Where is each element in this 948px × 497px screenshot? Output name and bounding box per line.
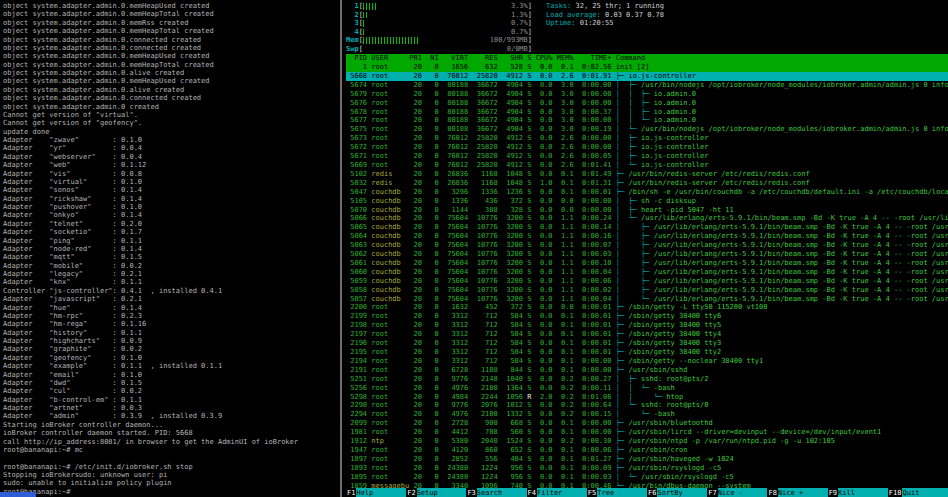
terminal-line: root@bananapi:~# — [3, 488, 340, 496]
process-row-5251[interactable]: 5251 root 20 0 9776 2148 1040 S 0.0 0.2 … — [346, 375, 948, 384]
fkey-setup[interactable]: F2Setup — [406, 488, 466, 497]
process-row-5678[interactable]: 5678 root 20 0 80188 36672 4904 S 0.0 3.… — [346, 108, 948, 117]
fkey-nice-[interactable]: F7Nice - — [707, 488, 767, 497]
meter-bar — [363, 3, 376, 10]
process-row-1[interactable]: 1 root 20 0 1656 632 528 S 0.0 0.1 0:02.… — [346, 63, 948, 72]
process-table: 1 root 20 0 1656 632 528 S 0.0 0.1 0:02.… — [346, 63, 948, 488]
terminal-line: Adapter "graphite" : 0.0.2 — [3, 345, 340, 353]
fkey-search[interactable]: F3Search — [466, 488, 526, 497]
process-row-1893[interactable]: 1893 root 20 0 24380 1224 956 S 0.0 0.1 … — [346, 464, 948, 473]
process-row-5105[interactable]: 5105 couchdb 20 0 1336 436 372 S 0.0 0.0… — [346, 197, 948, 206]
process-row-5070[interactable]: 5070 couchdb 20 0 1144 388 328 S 0.0 0.0… — [346, 206, 948, 215]
process-row-2200[interactable]: 2200 root 20 0 1632 452 372 S 0.0 0.0 0:… — [346, 303, 948, 312]
terminal-line: Cannot get version of "geofency". — [3, 119, 340, 127]
process-row-5047[interactable]: 5047 couchdb 20 0 3296 1336 1236 S 0.0 0… — [346, 188, 948, 197]
terminal-line: Adapter "admin" : 0.3.9 , installed 0.3.… — [3, 412, 340, 420]
load-value: 0.03 0.37 0.78 — [605, 11, 664, 19]
process-row-2198[interactable]: 2198 root 20 0 3312 712 584 S 0.0 0.1 0:… — [346, 321, 948, 330]
process-row-2191[interactable]: 2191 root 20 0 6728 1108 844 S 0.0 0.1 0… — [346, 366, 948, 375]
process-row-5058[interactable]: 5058 couchdb 20 0 75604 10776 3200 S 0.0… — [346, 286, 948, 295]
terminal-line — [3, 454, 340, 462]
fkey-quit[interactable]: F10Quit — [888, 488, 948, 497]
fkey-nice-[interactable]: F8Nice + — [767, 488, 827, 497]
process-row-5673[interactable]: 5673 root 20 0 76012 25820 4912 S 0.0 2.… — [346, 134, 948, 143]
process-row-1947[interactable]: 1947 root 20 0 4120 860 652 S 0.0 0.1 0:… — [346, 446, 948, 455]
terminal-line: Adapter "zwave" : 0.1.0 — [3, 136, 340, 144]
process-row-5676[interactable]: 5676 root 20 0 80188 36672 4904 S 0.0 3.… — [346, 99, 948, 108]
terminal-line: Adapter "web" : 0.1.12 — [3, 161, 340, 169]
terminal-line: object system.adapter.admin.0.connected … — [3, 94, 340, 102]
meter-label: 2 — [346, 11, 359, 20]
process-row-5298[interactable]: 5298 root 20 0 4984 2244 1056 R 2.0 0.2 … — [346, 393, 948, 402]
process-row-5677[interactable]: 5677 root 20 0 80188 36672 4904 S 0.0 3.… — [346, 116, 948, 125]
terminal-line: Adapter "vis" : 0.0.8 — [3, 170, 340, 178]
terminal-line: object system.adapter.admin.0.memRss cre… — [3, 19, 340, 27]
terminal-line: object system.adapter.admin.0.alive crea… — [3, 86, 340, 94]
process-row-5671[interactable]: 5671 root 20 0 76012 25820 4912 S 0.0 2.… — [346, 152, 948, 161]
terminal-line: root@bananapi:~# mc — [3, 446, 340, 454]
meter-label: 4 — [346, 28, 359, 37]
process-row-1897[interactable]: 1897 root 20 0 2852 556 404 S 0.0 0.1 0:… — [346, 455, 948, 464]
iobroker-terminal-pane[interactable]: object system.adapter.admin.0.memHeapUse… — [0, 0, 342, 497]
function-key-bar: F1HelpF2SetupF3SearchF4FilterF5TreeF6Sor… — [346, 488, 948, 497]
terminal-line: Adapter "yr" : 0.0.4 — [3, 144, 340, 152]
process-row-5060[interactable]: 5060 couchdb 20 0 75604 10776 3200 S 0.0… — [346, 268, 948, 277]
terminal-line: object system.adapter.admin.0.memHeapTot… — [3, 61, 340, 69]
process-row-5057[interactable]: 5057 couchdb 20 0 75604 10776 3200 S 0.0… — [346, 295, 948, 304]
process-row-5672[interactable]: 5672 root 20 0 76012 25820 4912 S 0.0 2.… — [346, 143, 948, 152]
process-row-2290[interactable]: 2290 root 20 0 9776 2076 1012 S 0.0 0.2 … — [346, 401, 948, 410]
process-row-2197[interactable]: 2197 root 20 0 3312 712 584 S 0.0 0.1 0:… — [346, 330, 948, 339]
terminal-line: Adapter "pushover" : 0.1.0 — [3, 203, 340, 211]
process-row-5668[interactable]: 5668 root 20 0 76012 25820 4912 S 0.0 2.… — [346, 72, 948, 81]
terminal-line: object system.adapter.admin.0.memHeapTot… — [3, 27, 340, 35]
fkey-filter[interactable]: F4Filter — [527, 488, 587, 497]
process-row-5063[interactable]: 5063 couchdb 20 0 75604 10776 3200 S 0.0… — [346, 241, 948, 250]
process-row-5059[interactable]: 5059 couchdb 20 0 75604 10776 3200 S 0.0… — [346, 277, 948, 286]
tasks-stat: Tasks: 32, 25 thr; 1 running — [546, 2, 664, 11]
terminal-line: Adapter "dwd" : 0.1.5 — [3, 379, 340, 387]
terminal-line: Adapter "cul" : 0.0.2 — [3, 387, 340, 395]
process-row-2196[interactable]: 2196 root 20 0 3312 712 584 S 0.0 0.1 0:… — [346, 339, 948, 348]
process-row-5066[interactable]: 5066 couchdb 20 0 75604 10776 3200 S 0.0… — [346, 214, 948, 223]
meter-bar — [363, 12, 370, 19]
process-row-5062[interactable]: 5062 couchdb 20 0 75604 10776 3200 S 0.0… — [346, 250, 948, 259]
fkey-help[interactable]: F1Help — [346, 488, 406, 497]
process-row-5061[interactable]: 5061 couchdb 20 0 75604 10776 3200 S 0.0… — [346, 259, 948, 268]
fkey-kill[interactable]: F9Kill — [828, 488, 888, 497]
meter-label: Mem — [346, 36, 359, 45]
process-row-2099[interactable]: 2099 root 20 0 2728 900 668 S 0.0 0.1 0:… — [346, 419, 948, 428]
process-row-1895[interactable]: 1895 root 20 0 24380 1224 956 S 0.0 0.1 … — [346, 473, 948, 482]
cpu2-meter: 2[1.3%] — [346, 11, 532, 20]
process-row-2294[interactable]: 2294 root 20 0 4976 2100 1332 S 0.0 0.2 … — [346, 410, 948, 419]
process-row-5675[interactable]: 5675 root 20 0 80188 36672 4904 S 0.0 3.… — [346, 125, 948, 134]
process-row-5679[interactable]: 5679 root 20 0 80188 36672 4904 S 0.0 3.… — [346, 90, 948, 99]
process-row-1912[interactable]: 1912 ntp 20 0 5380 2040 1524 S 0.0 0.2 0… — [346, 437, 948, 446]
terminal-line: Adapter "hm-rpc" : 0.2.3 — [3, 312, 340, 320]
fkey-tree[interactable]: F5Tree — [587, 488, 647, 497]
terminal-output: object system.adapter.admin.0.memHeapUse… — [3, 2, 340, 496]
htop-pane[interactable]: 1[3.3%] 2[1.3%] 3[0.7%] 4[0.7%]Mem[100/9… — [342, 0, 948, 497]
process-row-5669[interactable]: 5669 root 20 0 76012 25820 4912 S 0.0 2.… — [346, 161, 948, 170]
process-row-2199[interactable]: 2199 root 20 0 3312 712 584 S 0.0 0.1 0:… — [346, 312, 948, 321]
process-row-5674[interactable]: 5674 root 20 0 80188 36672 4904 S 0.0 3.… — [346, 81, 948, 90]
meter-bar — [363, 37, 419, 44]
meter-label: 3 — [346, 19, 359, 28]
split-terminal-screen: object system.adapter.admin.0.memHeapUse… — [0, 0, 948, 497]
process-row-2195[interactable]: 2195 root 20 0 3312 712 584 S 0.0 0.1 0:… — [346, 348, 948, 357]
tasks-label: Tasks: — [546, 2, 576, 10]
terminal-line: Adapter "rickshaw" : 0.1.4 — [3, 195, 340, 203]
process-row-5256[interactable]: 5256 root 20 0 4976 2180 1364 S 0.0 0.2 … — [346, 384, 948, 393]
process-row-5064[interactable]: 5064 couchdb 20 0 75604 10776 3200 S 0.0… — [346, 232, 948, 241]
terminal-line: update done — [3, 128, 340, 136]
process-row-5065[interactable]: 5065 couchdb 20 0 75604 10776 3200 S 0.0… — [346, 223, 948, 232]
tasks-value: 32, 25 thr; 1 running — [576, 2, 665, 10]
process-row-5032[interactable]: 5032 redis 20 0 26836 1168 1048 S 1.0 0.… — [346, 179, 948, 188]
cpu3-meter: 3[0.7%] — [346, 19, 532, 28]
process-row-5102[interactable]: 5102 redis 20 0 26836 1168 1048 S 0.0 0.… — [346, 170, 948, 179]
fkey-sortby[interactable]: F6SortBy — [647, 488, 707, 497]
meter-bar — [363, 20, 366, 27]
process-row-1981[interactable]: 1981 root 20 0 4412 708 560 S 0.0 0.1 0:… — [346, 428, 948, 437]
cpu4-meter: 4[0.7%] — [346, 28, 532, 37]
process-table-header[interactable]: PID USER PRI NI VIRT RES SHR S CPU% MEM%… — [346, 54, 948, 63]
process-row-2194[interactable]: 2194 root 20 0 3312 712 584 S 0.0 0.1 0:… — [346, 357, 948, 366]
